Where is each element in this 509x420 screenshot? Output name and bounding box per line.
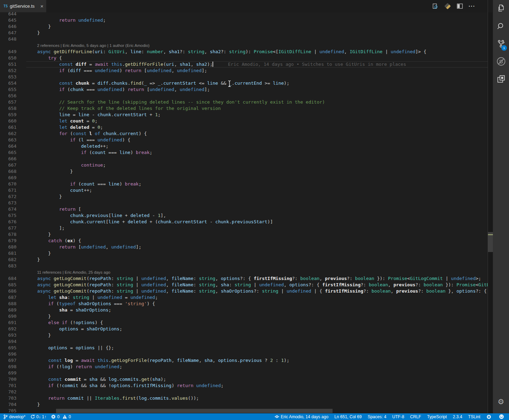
line-number[interactable]: 666 [0,156,16,162]
line-content[interactable]: if (count === line) break; [26,149,488,156]
line-number[interactable]: 646 [0,23,16,30]
line-number[interactable]: 673 [0,200,16,206]
line-number[interactable]: 670 [0,181,16,187]
sidebar-item-extensions[interactable] [493,70,509,88]
feedback-smiley-icon[interactable] [499,414,505,419]
line-content[interactable]: async getLogCommit(repoPath: string | un… [26,282,488,288]
line-number[interactable]: 660 [0,118,16,124]
line-content[interactable]: count++; [26,187,488,194]
line-content[interactable]: if (chunk === undefined) return [undefin… [26,86,488,93]
line-number[interactable]: 702 [0,389,16,395]
sidebar-item-source-control[interactable]: 1 [493,35,509,52]
line-number[interactable]: 644 [0,12,16,17]
problems-status[interactable]: 0 0 [51,414,71,419]
line-number[interactable]: 648 [0,36,16,42]
line-number[interactable]: 655 [0,86,16,93]
line-content[interactable]: catch (ex) { [26,238,488,244]
line-content[interactable]: return commit || Iterables.first(log.com… [26,395,488,401]
line-number[interactable]: 692 [0,326,16,332]
line-number[interactable]: 662 [0,131,16,137]
settings-gear-icon[interactable]: ⚙ [493,393,509,411]
line-content[interactable] [26,74,488,80]
line-number[interactable]: 659 [0,112,16,118]
line-content[interactable] [26,156,488,162]
line-content[interactable] [26,370,488,376]
line-content[interactable]: options = shaOrOptions; [26,326,488,332]
line-number[interactable]: 704 [0,401,16,408]
line-content[interactable]: return [undefined, undefined]; [26,244,488,250]
sidebar-item-search[interactable] [493,18,509,35]
line-content[interactable]: let count = 0; [26,118,488,124]
line-content[interactable]: } [26,194,488,200]
codelens-link[interactable]: 11 references | Eric Amodio, 25 days ago [26,269,488,275]
line-number[interactable]: 661 [0,124,16,131]
line-number[interactable]: 652 [0,68,16,74]
line-number[interactable]: 676 [0,219,16,225]
line-content[interactable]: sha = shaOrOptions; [26,307,488,313]
line-number[interactable]: 697 [0,357,16,364]
line-content[interactable]: if (count === line) break; [26,181,488,187]
line-number[interactable]: 657 [0,99,16,105]
line-content[interactable]: return undefined; [26,17,488,23]
line-content[interactable]: const chunk = diff.chunks.find(_ => _.cu… [26,80,488,86]
line-content[interactable]: // Search for the line (skipping deleted… [26,99,488,105]
line-number[interactable]: 658 [0,105,16,112]
line-content[interactable]: if (typeof shaOrOptions === 'string') { [26,301,488,307]
line-number[interactable]: 668 [0,168,16,175]
line-content[interactable]: for (const l of chunk.current) { [26,131,488,137]
line-number[interactable]: 686 [0,288,16,294]
line-content[interactable]: } [26,250,488,257]
tab-gitservice[interactable]: TS gitService.ts × [0,0,46,12]
line-content[interactable]: const log = await this.getLogForFile(rep… [26,357,488,364]
line-number[interactable]: 678 [0,231,16,238]
line-content[interactable]: } [26,313,488,320]
line-content[interactable]: if (!commit && sha && !options.firstIfMi… [26,383,488,389]
git-branch-status[interactable]: develop* [4,414,26,419]
line-number[interactable]: 691 [0,320,16,326]
line-number[interactable]: 653 [0,74,16,80]
line-number[interactable]: 688 [0,301,16,307]
line-number[interactable]: 685 [0,282,16,288]
eol-status[interactable]: CRLF [410,414,421,419]
line-number[interactable]: 669 [0,175,16,181]
line-content[interactable]: chunk.previous[line + deleted - 1], [26,212,488,219]
line-content[interactable]: if (diff === undefined) return [undefine… [26,68,488,74]
line-content[interactable]: line = line - chunk.currentStart + 1; [26,112,488,118]
line-number[interactable]: 679 [0,238,16,244]
sidebar-item-debug[interactable] [493,52,509,70]
line-number[interactable]: 672 [0,194,16,200]
line-content[interactable]: async getLogCommit(repoPath: string | un… [26,275,488,282]
line-content[interactable]: continue; [26,162,488,168]
line-content[interactable] [26,36,488,42]
line-number[interactable]: 649 [0,49,16,55]
line-number[interactable]: 696 [0,351,16,357]
line-number[interactable]: 645 [0,17,16,23]
vertical-scrollbar-thumb[interactable] [488,232,493,252]
line-number[interactable]: 664 [0,143,16,149]
line-content[interactable]: else if (!options) { [26,320,488,326]
line-number[interactable]: 656 [0,93,16,99]
line-content[interactable]: let deleted = 0; [26,124,488,131]
line-number[interactable]: 654 [0,80,16,86]
line-content[interactable]: if (!log) return undefined; [26,364,488,370]
line-content[interactable]: } [26,30,488,36]
line-number[interactable]: 690 [0,313,16,320]
line-content[interactable]: const commit = sha && log.commits.get(sh… [26,376,488,383]
line-content[interactable]: chunk.current[line + deleted + (chunk.cu… [26,219,488,225]
code-editor[interactable]: 644645 return undefined;646 }647 }6482 r… [0,12,493,413]
horizontal-scrollbar[interactable] [0,408,488,413]
line-content[interactable] [26,338,488,345]
gitlens-icon[interactable] [444,3,451,10]
linter-status[interactable]: TSLint [468,414,480,419]
line-number[interactable]: 683 [0,263,16,269]
line-number[interactable]: 674 [0,206,16,212]
line-content[interactable]: } [26,257,488,263]
open-file-search-icon[interactable] [432,3,439,10]
line-content[interactable]: deleted++; [26,143,488,149]
line-number[interactable]: 698 [0,364,16,370]
line-number[interactable]: 689 [0,307,16,313]
more-actions-icon[interactable]: ··· [468,3,475,10]
line-number[interactable]: 694 [0,338,16,345]
line-content[interactable]: ]; [26,225,488,231]
line-number[interactable]: 663 [0,137,16,143]
